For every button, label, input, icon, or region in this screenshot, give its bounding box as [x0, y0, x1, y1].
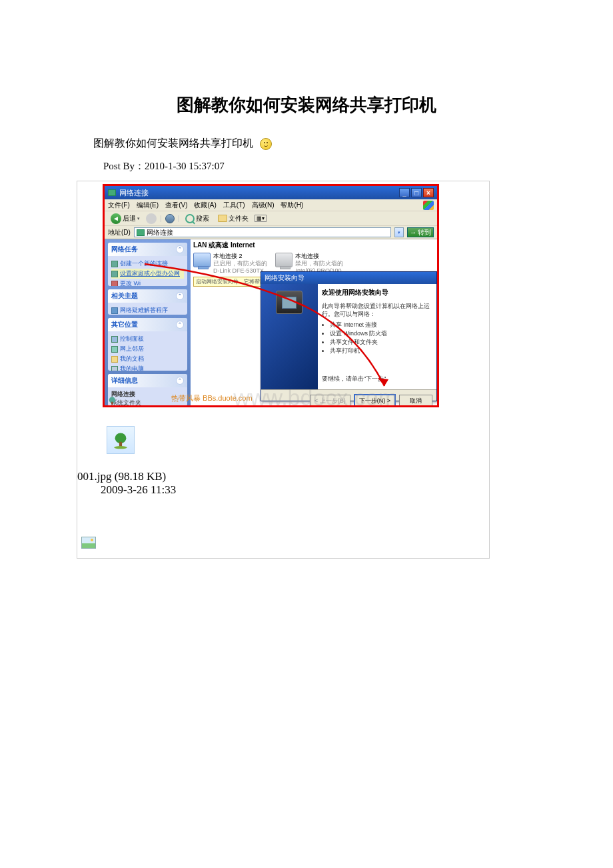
collapse-icon[interactable]: ⌃ [176, 321, 184, 329]
address-dropdown[interactable]: ▾ [394, 227, 404, 237]
link-icon [111, 261, 118, 267]
folders-button[interactable]: 文件夹 [215, 213, 251, 224]
section-lan: LAN 或高速 Internet [191, 239, 437, 251]
content-box: 网络连接 _ □ × 文件(F) 编辑(E) 查看(V) 收藏(A) 工具(T)… [77, 181, 490, 559]
back-button[interactable]: ◄ 后退 ▾ [108, 213, 143, 225]
svg-rect-4 [119, 442, 122, 447]
panel-head: 相关主题 [111, 291, 138, 301]
view-button[interactable]: ▦▾ [255, 215, 267, 222]
collapse-icon[interactable]: ⌃ [176, 292, 184, 300]
xp-toolbar: ◄ 后退 ▾ | | 搜索 文件夹 ▦▾ [105, 211, 437, 226]
smiley-icon [260, 138, 272, 150]
wizard-title: 网络安装向导 [261, 272, 436, 284]
search-icon [185, 214, 195, 223]
sidebar-link-troubleshoot[interactable]: 网络疑难解答程序 [111, 305, 184, 315]
conn-status: 禁用，有防火墙的 [295, 260, 346, 267]
tree-icon [111, 431, 130, 449]
xp-addressbar: 地址(D) 网络连接 ▾ → 转到 [105, 226, 437, 239]
sidebar-panel-tasks: 网络任务⌃ 创建一个新的连接 设置家庭或小型办公网 更改 Wi [108, 243, 187, 286]
menu-fav[interactable]: 收藏(A) [194, 201, 216, 210]
address-value: 网络连接 [147, 228, 173, 237]
wizard-bullet: 设置 Windows 防火墙 [330, 329, 432, 338]
wizard-continue: 要继续，请单击"下一步"。 [322, 375, 432, 383]
wizard-network-icon [276, 291, 303, 314]
panel-head: 其它位置 [111, 320, 138, 329]
menu-file[interactable]: 文件(F) [108, 201, 130, 210]
avatar-badge [107, 426, 135, 454]
sidebar-link-network-places[interactable]: 网上邻居 [111, 344, 184, 354]
back-arrow-icon: ◄ [111, 213, 121, 224]
screenshot-xp: 网络连接 _ □ × 文件(F) 编辑(E) 查看(V) 收藏(A) 工具(T)… [103, 184, 439, 407]
menu-view[interactable]: 查看(V) [165, 201, 187, 210]
menu-tools[interactable]: 工具(T) [223, 201, 245, 210]
conn-name: 本地连接 [295, 253, 346, 260]
link-icon [111, 281, 118, 287]
search-label: 搜索 [196, 214, 209, 223]
network-icon [108, 189, 116, 196]
help-icon [111, 307, 118, 314]
page-title: 图解教你如何安装网络共享打印机 [0, 93, 613, 117]
menu-help[interactable]: 帮助(H) [281, 201, 303, 210]
folder-icon [218, 215, 227, 222]
sidebar-panel-related: 相关主题⌃ 网络疑难解答程序 [108, 289, 187, 315]
link-icon [111, 271, 118, 277]
go-button[interactable]: → 转到 [407, 227, 434, 237]
connection-item-1[interactable]: 本地连接 2 已启用，有防火墙的 D-Link DFE-530TX... [193, 253, 269, 274]
menu-edit[interactable]: 编辑(E) [137, 201, 159, 210]
image-placeholder-icon [81, 537, 96, 549]
wizard-banner [261, 284, 318, 389]
chevron-down-icon: ▾ [137, 216, 140, 221]
sidebar-link-change[interactable]: 更改 Wi [111, 279, 184, 286]
xp-menubar: 文件(F) 编辑(E) 查看(V) 收藏(A) 工具(T) 高级(N) 帮助(H… [105, 199, 437, 211]
svg-rect-2 [111, 402, 113, 405]
svg-point-5 [114, 446, 127, 449]
watermark-site: www.bdocx.com [233, 385, 397, 407]
computer-icon [111, 366, 118, 371]
forward-button[interactable] [146, 213, 157, 224]
sidebar-panel-other: 其它位置⌃ 控制面板 网上邻居 我的文档 我的电脑 [108, 318, 187, 370]
file-date: 2009-3-26 11:33 [77, 483, 489, 497]
sidebar-link-home-network[interactable]: 设置家庭或小型办公网 [111, 269, 184, 279]
wizard-bullet: 共享 Internet 连接 [330, 321, 432, 329]
wizard-dialog: 网络安装向导 欢迎使用网络安装向导 此向导将帮助您设置计算机以在网络上运行。您可… [261, 271, 437, 401]
sidebar-link-my-docs[interactable]: 我的文档 [111, 354, 184, 364]
svg-point-3 [115, 433, 127, 443]
control-panel-icon [111, 336, 118, 343]
connection-icon [275, 253, 293, 267]
address-field[interactable]: 网络连接 [134, 227, 391, 237]
sidebar-link-new-conn[interactable]: 创建一个新的连接 [111, 259, 184, 269]
wizard-bullet: 共享打印机 [330, 347, 432, 355]
panel-head: 详细信息 [111, 376, 138, 385]
xp-window-titlebar: 网络连接 _ □ × [105, 186, 437, 199]
windows-flag-icon [423, 201, 434, 210]
brand-logo-icon [107, 395, 127, 405]
minimize-button[interactable]: _ [399, 188, 410, 197]
wizard-list: 共享 Internet 连接 设置 Windows 防火墙 共享文件和文件夹 共… [322, 321, 432, 355]
search-button[interactable]: 搜索 [183, 213, 212, 224]
menu-adv[interactable]: 高级(N) [252, 201, 275, 210]
xp-window-title: 网络连接 [119, 188, 149, 198]
sidebar-link-control-panel[interactable]: 控制面板 [111, 334, 184, 344]
documents-icon [111, 356, 118, 363]
close-button[interactable]: × [423, 188, 434, 197]
sidebar-link-my-computer[interactable]: 我的电脑 [111, 364, 184, 370]
conn-status: 已启用，有防火墙的 [213, 260, 269, 267]
collapse-icon[interactable]: ⌃ [176, 245, 184, 253]
wizard-cancel-button[interactable]: 取消 [399, 395, 432, 407]
up-button[interactable] [165, 214, 175, 223]
subtitle-text: 图解教你如何安装网络共享打印机 [93, 137, 253, 151]
wizard-bullet: 共享文件和文件夹 [330, 338, 432, 347]
wizard-heading: 欢迎使用网络安装向导 [322, 288, 432, 297]
post-by: Post By：2010-1-30 15:37:07 [0, 160, 613, 173]
maximize-button[interactable]: □ [411, 188, 422, 197]
subtitle-row: 图解教你如何安装网络共享打印机 [0, 137, 613, 151]
window-controls: _ □ × [399, 188, 434, 197]
wizard-intro: 此向导将帮助您设置计算机以在网络上运行。您可以与网络： [322, 303, 432, 318]
address-label: 地址(D) [108, 228, 131, 237]
network-icon [137, 229, 145, 236]
file-name: 001.jpg (98.18 KB) [77, 470, 489, 483]
xp-main: LAN 或高速 Internet 本地连接 2 已启用，有防火墙的 D-Link… [191, 239, 437, 407]
collapse-icon[interactable]: ⌃ [176, 377, 184, 385]
panel-head: 网络任务 [111, 245, 138, 254]
xp-sidebar: 网络任务⌃ 创建一个新的连接 设置家庭或小型办公网 更改 Wi 相关主题⌃ 网络… [105, 239, 191, 407]
